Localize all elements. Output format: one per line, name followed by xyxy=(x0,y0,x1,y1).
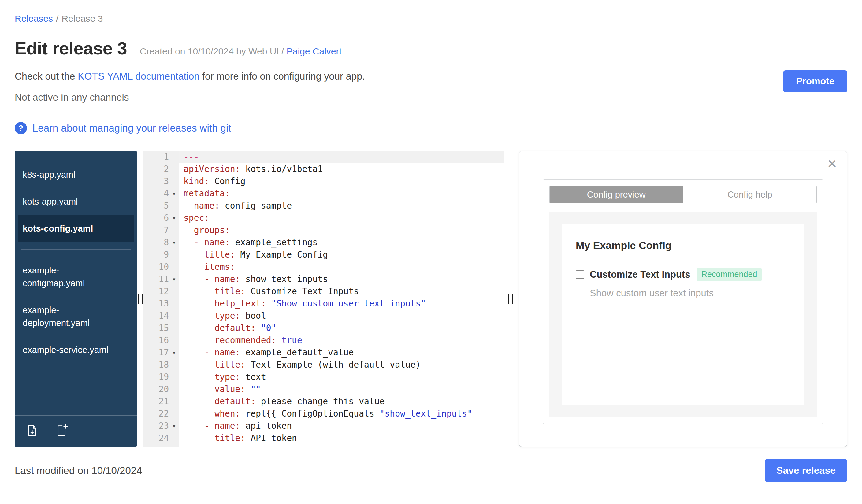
code-text: default: please change this value xyxy=(179,395,504,408)
customize-text-inputs-checkbox[interactable] xyxy=(576,270,584,279)
docs-row: Check out the KOTS YAML documentation fo… xyxy=(15,71,847,82)
code-text: - name: show_text_inputs xyxy=(179,273,504,285)
code-text: name: config-sample xyxy=(179,200,504,212)
config-group-title: My Example Config xyxy=(576,239,791,251)
code-text: apiVersion: kots.io/v1beta1 xyxy=(179,163,504,175)
code-text: default: "0" xyxy=(179,322,504,334)
code-text: title: My Example Config xyxy=(179,249,504,261)
code-line-23[interactable]: 23▾ - name: api_token xyxy=(143,420,504,432)
fold-arrow-icon[interactable]: ▾ xyxy=(169,420,179,432)
import-file-icon[interactable] xyxy=(25,424,39,438)
fold-spacer xyxy=(169,285,179,297)
fold-spacer xyxy=(169,175,179,187)
code-line-17[interactable]: 17▾ - name: example_default_value xyxy=(143,346,504,359)
file-item-kots-config.yaml[interactable]: kots-config.yaml xyxy=(18,215,134,242)
breadcrumb: Releases / Release 3 xyxy=(15,13,847,24)
kots-docs-link[interactable]: KOTS YAML documentation xyxy=(78,71,199,82)
file-item-k8s-app.yaml[interactable]: k8s-app.yaml xyxy=(15,161,137,188)
code-line-21[interactable]: 21 default: please change this value xyxy=(143,395,504,408)
tab-config-preview[interactable]: Config preview xyxy=(550,186,683,203)
code-text: --- xyxy=(179,151,504,163)
line-number: 24 xyxy=(143,432,169,445)
code-line-19[interactable]: 19 type: text xyxy=(143,371,504,383)
git-releases-link[interactable]: Learn about managing your releases with … xyxy=(32,122,231,134)
code-line-24[interactable]: 24 title: API token xyxy=(143,432,504,445)
resize-handle-left[interactable] xyxy=(138,294,143,304)
sidebar-divider xyxy=(21,249,131,250)
fold-arrow-icon[interactable]: ▾ xyxy=(169,212,179,224)
code-line-4[interactable]: 4▾metadata: xyxy=(143,187,504,200)
code-text: type: text xyxy=(179,371,504,383)
fold-spacer xyxy=(169,359,179,371)
code-line-5[interactable]: 5 name: config-sample xyxy=(143,200,504,212)
code-line-3[interactable]: 3kind: Config xyxy=(143,175,504,187)
code-line-13[interactable]: 13 help_text: "Show custom user text inp… xyxy=(143,297,504,310)
line-number: 10 xyxy=(143,261,169,273)
code-line-8[interactable]: 8▾ - name: example_settings xyxy=(143,236,504,249)
save-release-button[interactable]: Save release xyxy=(765,459,847,482)
line-number: 14 xyxy=(143,310,169,322)
docs-prefix: Check out the xyxy=(15,71,78,82)
file-item-example-service.yaml[interactable]: example-service.yaml xyxy=(15,336,137,363)
code-line-1[interactable]: 1--- xyxy=(143,151,504,163)
code-text: value: "" xyxy=(179,383,504,395)
code-lines: 1---2apiVersion: kots.io/v1beta13kind: C… xyxy=(143,151,504,447)
line-number: 3 xyxy=(143,175,169,187)
line-number: 11 xyxy=(143,273,169,285)
code-text: kind: Config xyxy=(179,175,504,187)
file-item-kots-app.yaml[interactable]: kots-app.yaml xyxy=(15,188,137,215)
created-by-link[interactable]: Paige Calvert xyxy=(287,46,342,56)
code-text: - name: example_settings xyxy=(179,236,504,249)
code-text: groups: xyxy=(179,224,504,236)
page-title: Edit release 3 xyxy=(15,38,127,58)
code-line-20[interactable]: 20 value: "" xyxy=(143,383,504,395)
code-line-16[interactable]: 16 recommended: true xyxy=(143,334,504,346)
code-text: - name: example_default_value xyxy=(179,346,504,359)
line-number: 22 xyxy=(143,408,169,420)
code-line-15[interactable]: 15 default: "0" xyxy=(143,322,504,334)
fold-arrow-icon[interactable]: ▾ xyxy=(169,236,179,249)
fold-spacer xyxy=(169,395,179,408)
code-text: recommended: true xyxy=(179,334,504,346)
config-preview-content: My Example Config Customize Text Inputs … xyxy=(549,212,817,417)
close-icon[interactable]: ✕ xyxy=(827,158,837,170)
resize-handle-right[interactable] xyxy=(508,294,513,304)
code-text: title: Customize Text Inputs xyxy=(179,285,504,297)
git-help-row: ? Learn about managing your releases wit… xyxy=(15,122,847,134)
fold-spacer xyxy=(169,334,179,346)
edit-release-page: Releases / Release 3 Edit release 3 Crea… xyxy=(0,0,862,504)
code-line-10[interactable]: 10 items: xyxy=(143,261,504,273)
breadcrumb-releases-link[interactable]: Releases xyxy=(15,13,53,24)
tab-config-help[interactable]: Config help xyxy=(683,186,817,203)
recommended-badge: Recommended xyxy=(697,268,761,281)
fold-spacer xyxy=(169,249,179,261)
code-line-9[interactable]: 9 title: My Example Config xyxy=(143,249,504,261)
code-line-2[interactable]: 2apiVersion: kots.io/v1beta1 xyxy=(143,163,504,175)
code-line-11[interactable]: 11▾ - name: show_text_inputs xyxy=(143,273,504,285)
fold-spacer xyxy=(169,445,179,447)
code-line-14[interactable]: 14 type: bool xyxy=(143,310,504,322)
sidebar-footer xyxy=(15,415,137,447)
file-item-example-deployment.yaml[interactable]: example-deployment.yaml xyxy=(15,297,137,336)
code-line-6[interactable]: 6▾spec: xyxy=(143,212,504,224)
code-line-25[interactable]: 25 type: password xyxy=(143,445,504,447)
new-file-icon[interactable] xyxy=(55,424,69,438)
editor-region: k8s-app.yamlkots-app.yamlkots-config.yam… xyxy=(15,151,847,447)
promote-button[interactable]: Promote xyxy=(783,70,847,92)
code-editor[interactable]: 1---2apiVersion: kots.io/v1beta13kind: C… xyxy=(143,151,504,447)
code-line-22[interactable]: 22 when: repl{{ ConfigOptionEquals "show… xyxy=(143,408,504,420)
code-line-12[interactable]: 12 title: Customize Text Inputs xyxy=(143,285,504,297)
code-text: type: bool xyxy=(179,310,504,322)
code-line-7[interactable]: 7 groups: xyxy=(143,224,504,236)
file-item-example-configmap.yaml[interactable]: example-configmap.yaml xyxy=(15,257,137,297)
fold-arrow-icon[interactable]: ▾ xyxy=(169,187,179,200)
fold-arrow-icon[interactable]: ▾ xyxy=(169,273,179,285)
fold-spacer xyxy=(169,322,179,334)
code-text: when: repl{{ ConfigOptionEquals "show_te… xyxy=(179,408,504,420)
fold-arrow-icon[interactable]: ▾ xyxy=(169,346,179,359)
channel-status: Not active in any channels xyxy=(15,92,847,103)
line-number: 16 xyxy=(143,334,169,346)
created-info: Created on 10/10/2024 by Web UI / Paige … xyxy=(140,46,342,56)
code-line-18[interactable]: 18 title: Text Example (with default val… xyxy=(143,359,504,371)
help-question-icon[interactable]: ? xyxy=(15,122,27,134)
